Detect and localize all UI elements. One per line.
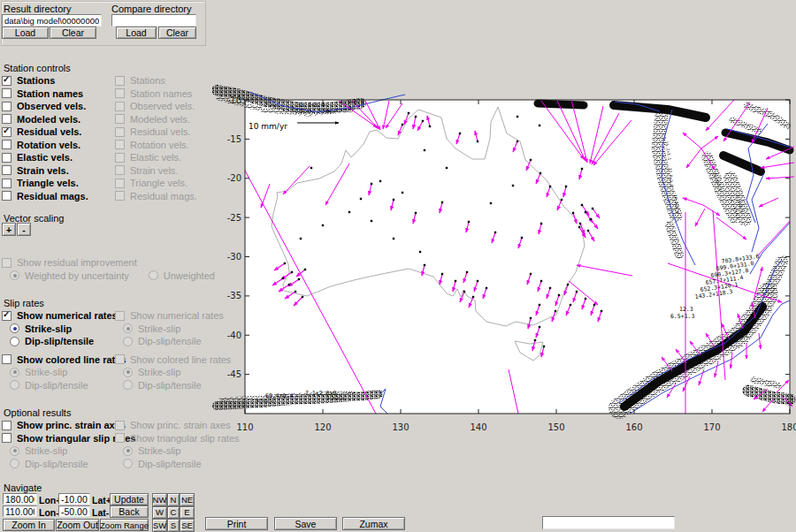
- result-directory-field[interactable]: [2, 14, 102, 27]
- unweighted-radio[interactable]: [149, 270, 158, 280]
- lat-plus-field[interactable]: [58, 493, 90, 505]
- vector-scale-plus-button[interactable]: +: [2, 223, 16, 236]
- station-marker: [477, 141, 478, 142]
- radio-dip-slip-tensile[interactable]: [10, 337, 19, 346]
- zoom-out-button[interactable]: Zoom Out: [56, 519, 99, 531]
- checkbox-stations[interactable]: [2, 76, 11, 86]
- station-marker: [578, 226, 580, 228]
- checkbox-residual-mags[interactable]: [115, 191, 125, 201]
- radio-dip-slip-tensile[interactable]: [10, 380, 19, 390]
- radio-strike-slip[interactable]: [123, 323, 133, 333]
- compare-clear-button[interactable]: Clear: [158, 27, 196, 39]
- checkbox-show-numerical-rates[interactable]: [115, 311, 125, 321]
- checkbox-elastic-vels[interactable]: [2, 153, 11, 163]
- compass-c-button[interactable]: C: [167, 506, 180, 520]
- dip-slip-tensile-label: Dip-slip/tensile: [25, 459, 88, 469]
- compass-w-button[interactable]: W: [152, 506, 167, 520]
- radio-strike-slip[interactable]: [123, 368, 133, 377]
- show-numerical-rates-label: Show numerical rates: [130, 310, 224, 321]
- station-marker: [288, 284, 290, 285]
- radio-strike-slip[interactable]: [123, 446, 133, 456]
- station-marker: [441, 273, 443, 275]
- compass-n-button[interactable]: N: [167, 493, 180, 506]
- result-load-button[interactable]: Load: [2, 27, 49, 39]
- checkbox-station-names[interactable]: [2, 88, 11, 98]
- result-clear-button[interactable]: Clear: [50, 27, 96, 39]
- checkbox-residual-vels[interactable]: [115, 127, 125, 137]
- station-marker: [592, 208, 593, 209]
- checkbox-residual-vels[interactable]: [2, 127, 11, 137]
- lon-plus-field[interactable]: [3, 493, 37, 505]
- checkbox-show-triangular-slip-rates[interactable]: [115, 433, 125, 443]
- back-button[interactable]: Back: [110, 505, 149, 518]
- station-marker: [322, 224, 324, 226]
- checkbox-show-princ-strain-axes[interactable]: [2, 421, 11, 430]
- radio-dip-slip-tensile[interactable]: [123, 337, 133, 346]
- checkbox-triangle-vels[interactable]: [115, 179, 125, 188]
- station-marker: [424, 264, 425, 266]
- station-marker: [561, 199, 563, 201]
- dip-slip-tensile-label: Dip-slip/tensile: [138, 380, 202, 391]
- checkbox-elastic-vels[interactable]: [115, 153, 125, 163]
- checkbox-show-princ-strain-axes[interactable]: [115, 421, 125, 430]
- checkbox-observed-vels[interactable]: [115, 102, 125, 111]
- update-button[interactable]: Update: [110, 493, 149, 505]
- checkbox-stations[interactable]: [115, 76, 125, 86]
- radio-strike-slip[interactable]: [10, 446, 19, 456]
- station-marker: [282, 277, 284, 279]
- zoom-range-button[interactable]: Zoom Range: [100, 519, 149, 531]
- station-marker: [463, 291, 465, 293]
- lat-plus-label: Lat+: [92, 495, 111, 505]
- rotation-vels-label: Rotation vels.: [130, 140, 189, 150]
- checkbox-show-colored-line-rates[interactable]: [2, 354, 11, 364]
- compare-directory-field[interactable]: [111, 14, 196, 27]
- compass-s-button[interactable]: S: [167, 519, 180, 532]
- checkbox-show-colored-line-rates[interactable]: [115, 354, 125, 364]
- radio-dip-slip-tensile[interactable]: [10, 459, 19, 468]
- lat-minus-label: Lat-: [92, 507, 109, 518]
- station-marker: [530, 317, 532, 319]
- show-residual-improvement-checkbox[interactable]: [2, 258, 11, 268]
- y-tick-label: -20: [227, 173, 241, 183]
- checkbox-rotation-vels[interactable]: [2, 140, 11, 149]
- checkbox-residual-mags[interactable]: [2, 191, 11, 201]
- checkbox-observed-vels[interactable]: [2, 102, 11, 111]
- checkbox-triangle-vels[interactable]: [2, 179, 11, 188]
- radio-strike-slip[interactable]: [10, 323, 19, 333]
- radio-dip-slip-tensile[interactable]: [123, 380, 133, 390]
- zoom-in-button[interactable]: Zoom In: [3, 519, 55, 531]
- compare-load-button[interactable]: Load: [116, 27, 157, 39]
- radio-strike-slip[interactable]: [10, 368, 19, 377]
- weighted-by-uncertainty-radio[interactable]: [10, 270, 19, 280]
- checkbox-rotation-vels[interactable]: [115, 140, 125, 149]
- station-marker: [393, 238, 394, 239]
- compass-pad: NWNNEWCESWSSE: [152, 493, 195, 532]
- show-colored-line-rates-label: Show colored line rates: [17, 354, 126, 365]
- checkbox-strain-vels[interactable]: [115, 165, 125, 175]
- checkbox-show-triangular-slip-rates[interactable]: [2, 433, 11, 443]
- station-marker: [570, 304, 571, 306]
- compass-ne-button[interactable]: NE: [180, 493, 195, 506]
- radio-dip-slip-tensile[interactable]: [123, 459, 133, 468]
- map-plot[interactable]: 4.3+0.25.1+0.83.2+0.415.2+3.112.8+2.218.…: [212, 80, 796, 532]
- residual-mags-label: Residual mags.: [17, 191, 88, 201]
- station-marker: [567, 284, 569, 285]
- checkbox-strain-vels[interactable]: [2, 165, 11, 175]
- dip-slip-tensile-label: Dip-slip/tensile: [25, 336, 94, 346]
- compass-nw-button[interactable]: NW: [152, 493, 167, 506]
- vector-scale-minus-button[interactable]: -: [17, 223, 31, 236]
- checkbox-modeled-vels[interactable]: [2, 114, 11, 124]
- checkbox-show-numerical-rates[interactable]: [2, 311, 11, 321]
- compass-se-button[interactable]: SE: [180, 519, 195, 532]
- compass-e-button[interactable]: E: [180, 506, 195, 520]
- station-names-label: Station names: [17, 88, 83, 99]
- compass-sw-button[interactable]: SW: [152, 519, 167, 532]
- checkbox-station-names[interactable]: [115, 88, 125, 98]
- station-marker: [295, 291, 296, 293]
- strain-vels-label: Strain vels.: [17, 165, 69, 176]
- lon-minus-field[interactable]: [3, 505, 37, 517]
- station-marker: [379, 180, 381, 182]
- lat-minus-field[interactable]: [58, 505, 90, 517]
- station-marker: [446, 167, 448, 169]
- checkbox-modeled-vels[interactable]: [115, 114, 125, 124]
